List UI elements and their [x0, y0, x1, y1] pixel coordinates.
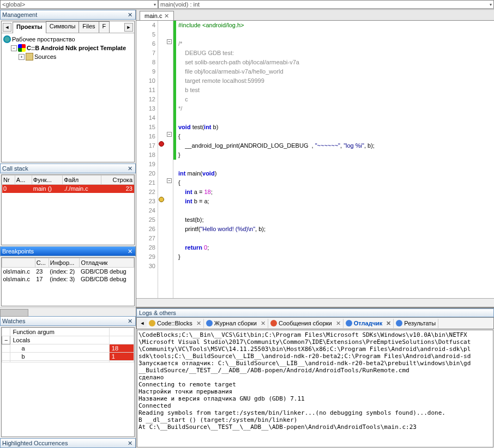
breakpoint-row[interactable]: ols\main.c23 (index: 2)GDB/CDB debug [2, 268, 134, 276]
tree-project[interactable]: −C::B Android Ndk project Template [3, 44, 132, 52]
management-title: Management ✕ [0, 10, 136, 20]
project-icon [18, 44, 26, 52]
log-tab[interactable]: Отладчик✕ [344, 319, 394, 328]
highlighted-title: Highlighted Occurrences ✕ [0, 438, 136, 448]
scrollbar[interactable] [136, 298, 494, 307]
fold-icon[interactable]: − [167, 178, 172, 183]
close-icon[interactable]: ✕ [196, 320, 201, 327]
tab-icon [346, 320, 352, 326]
log-tab[interactable]: Сообщения сборки✕ [268, 319, 344, 328]
callstack-row[interactable]: 0 main ()././main.c 23 [2, 185, 134, 193]
logs-tabs: ◄ Code::Blocks✕ Журнал сборки✕ Сообщения… [136, 317, 494, 329]
breakpoints-title: Breakpoints ✕ [0, 246, 136, 256]
nav-prev-button[interactable]: ◄ [3, 23, 11, 32]
nav-next-button[interactable]: ► [124, 23, 133, 32]
breakpoints-table[interactable]: С... Инфор...Отладчик ols\main.c23 (inde… [1, 257, 135, 306]
management-nav: ◄ Проекты Символы Files F ► [2, 21, 134, 33]
tree-workspace[interactable]: Рабочее пространство [3, 35, 132, 44]
globe-icon [3, 35, 11, 43]
fold-icon[interactable]: − [167, 39, 172, 44]
expand-icon[interactable]: + [19, 54, 25, 60]
tab-files[interactable]: Files [79, 21, 99, 33]
log-tab[interactable]: Code::Blocks✕ [147, 319, 204, 328]
breakpoint-row[interactable]: ols\main.c17 (index: 3)GDB/CDB debug [2, 275, 134, 283]
tab-icon [270, 320, 277, 326]
tab-f[interactable]: F [99, 21, 110, 33]
file-tab-main[interactable]: main.c ✕ [140, 11, 174, 20]
close-icon[interactable]: ✕ [126, 11, 134, 19]
folder-icon [26, 53, 33, 60]
scope-combo[interactable]: <global>▾ [0, 0, 158, 9]
close-icon[interactable]: ✕ [164, 13, 169, 20]
close-icon[interactable]: ✕ [126, 439, 134, 447]
right-pane: main.c ✕ 4567891011121314151617181920212… [136, 10, 494, 448]
fold-icon[interactable]: − [167, 132, 172, 137]
top-combo-bar: <global>▾ main(void) : int▾ [0, 0, 494, 10]
project-tree[interactable]: Рабочее пространство −C::B Android Ndk p… [2, 33, 134, 162]
left-pane: Management ✕ ◄ Проекты Символы Files F ►… [0, 10, 136, 448]
close-icon[interactable]: ✕ [261, 320, 266, 327]
watches-title: Watches ✕ [0, 316, 136, 326]
callstack-table[interactable]: NrA... Функ...Файл Строка 0 main ()././m… [1, 174, 135, 245]
log-output[interactable]: \CodeBlocks;C:\__Bin\__VCS\Git\bin;C:\Pr… [137, 330, 493, 447]
close-icon[interactable]: ✕ [126, 247, 134, 255]
chevron-down-icon: ▾ [490, 2, 492, 7]
tab-icon [396, 320, 402, 326]
tab-icon [149, 320, 155, 326]
watch-fn-args[interactable]: Function argum [2, 328, 134, 336]
tab-symbols[interactable]: Символы [46, 21, 80, 33]
nav-prev-button[interactable]: ◄ [138, 319, 147, 328]
close-icon[interactable]: ✕ [386, 320, 391, 327]
log-tab[interactable]: Результаты [394, 319, 438, 328]
scrollbar[interactable] [0, 307, 136, 316]
file-tabs: main.c ✕ [136, 10, 494, 21]
callstack-title: Call stack ✕ [0, 164, 136, 173]
chevron-down-icon: ▾ [154, 2, 156, 7]
tab-icon [206, 320, 213, 326]
code-editor[interactable]: 4567891011121314151617181920212223242526… [136, 21, 494, 298]
tab-projects[interactable]: Проекты [13, 22, 46, 33]
function-combo[interactable]: main(void) : int▾ [158, 0, 494, 9]
watch-row[interactable]: b1 [2, 353, 134, 361]
close-icon[interactable]: ✕ [336, 320, 341, 327]
breakpoint-icon[interactable] [159, 141, 164, 147]
logs-title: Logs & others [136, 308, 494, 317]
tree-sources[interactable]: +Sources [3, 52, 132, 61]
close-icon[interactable]: ✕ [126, 165, 134, 172]
current-line-icon [159, 197, 164, 202]
watch-locals[interactable]: −Locals [2, 336, 134, 344]
close-icon[interactable]: ✕ [126, 317, 134, 325]
watch-row[interactable]: a18 [2, 344, 134, 353]
watches-table[interactable]: Function argum −Locals a18 b1 [1, 327, 135, 437]
log-tab[interactable]: Журнал сборки✕ [204, 319, 268, 328]
collapse-icon[interactable]: − [11, 45, 17, 51]
